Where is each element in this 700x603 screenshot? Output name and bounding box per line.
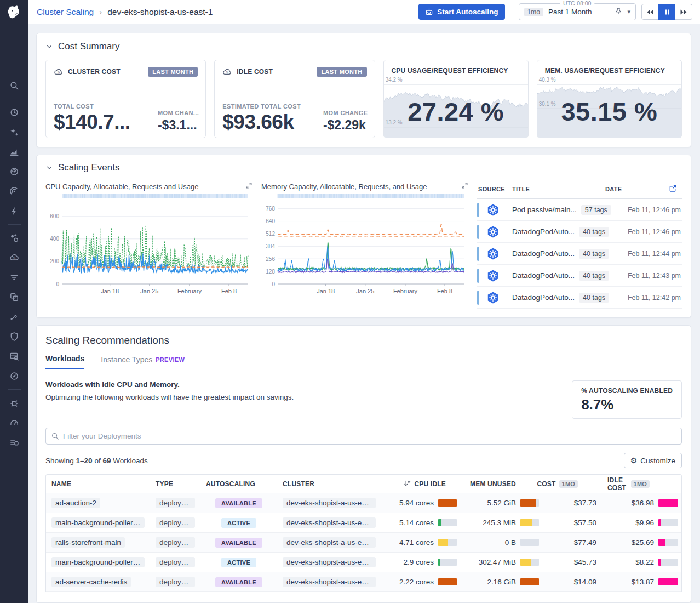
- pin-icon[interactable]: [615, 7, 622, 17]
- workload-name-cell: ad-server-cache-redis: [46, 577, 150, 587]
- breadcrumb-root-link[interactable]: Cluster Scaling: [37, 7, 94, 17]
- chevron-down-icon[interactable]: [45, 43, 53, 50]
- event-tags-badge[interactable]: 57 tags: [581, 205, 611, 215]
- col-mem-unused[interactable]: MEM UNUSED: [462, 480, 544, 488]
- breadcrumb-current: dev-eks-shopist-a-us-east-1: [107, 7, 213, 17]
- event-tags-badge[interactable]: 40 tags: [579, 227, 609, 237]
- security-shield-icon[interactable]: [6, 328, 22, 345]
- memory-capacity-chart[interactable]: 0128256384512640768Jan 18Jan 25FebruaryF…: [261, 192, 468, 299]
- chevron-down-icon[interactable]: [45, 164, 53, 172]
- workload-row[interactable]: ad-auction-2deploymentAVAILABLEdev-eks-s…: [46, 493, 681, 513]
- workload-name-link[interactable]: rails-storefront-main: [51, 537, 125, 548]
- events-col-source[interactable]: SOURCE: [478, 186, 512, 192]
- cluster-cost-card[interactable]: $ CLUSTER COST LAST MONTH TOTAL COST $14…: [45, 60, 206, 138]
- mem-unused-value: 302.47 MiB: [479, 558, 516, 566]
- workload-row[interactable]: main-background-poller-...deploymentACTI…: [46, 553, 681, 572]
- workload-type: deployment: [156, 537, 195, 548]
- cluster-link[interactable]: dev-eks-shopist-a-us-east-1: [283, 498, 376, 508]
- history-icon[interactable]: [6, 104, 22, 121]
- col-name[interactable]: NAME: [46, 480, 150, 488]
- cpu-capacity-chart[interactable]: 0200400600Jan 18Jan 25FebruaryFeb 8: [45, 192, 253, 299]
- pause-button[interactable]: [658, 4, 675, 20]
- event-tags-badge[interactable]: 40 tags: [579, 249, 609, 259]
- mem-unused-cell: 5.52 GiB: [462, 499, 544, 507]
- event-row[interactable]: DatadogPodAuto...40 tagsFeb 11, 12:44 pm: [477, 243, 682, 265]
- workload-row[interactable]: main-background-poller-...deploymentACTI…: [46, 513, 681, 533]
- cluster-link[interactable]: dev-eks-shopist-a-us-east-1: [283, 577, 376, 587]
- event-tags-badge[interactable]: 40 tags: [579, 293, 609, 303]
- infrastructure-icon[interactable]: [6, 230, 22, 246]
- filter-input[interactable]: [63, 432, 676, 440]
- customize-button[interactable]: ⚙ Customize: [624, 453, 682, 468]
- cost-summary-header[interactable]: Cost Summary: [45, 41, 682, 52]
- caret-down-icon[interactable]: ▾: [627, 8, 630, 15]
- svg-text:Jan 25: Jan 25: [356, 288, 374, 294]
- tab-workloads[interactable]: Workloads: [45, 354, 84, 369]
- workload-name-cell: rails-storefront-main: [46, 537, 150, 548]
- datadog-logo[interactable]: [0, 0, 28, 25]
- scaling-events-header[interactable]: Scaling Events: [45, 162, 682, 173]
- mem-efficiency-card[interactable]: MEM. USAGE/REQUEST EFFICIENCY 40.3 %30.1…: [537, 60, 682, 138]
- mem-efficiency-value: 35.15 %: [537, 96, 681, 127]
- svg-text:Feb 8: Feb 8: [221, 288, 237, 294]
- start-autoscaling-button[interactable]: Start Autoscaling: [418, 4, 504, 20]
- workload-name-link[interactable]: ad-server-cache-redis: [51, 577, 131, 587]
- idle-cost-bar-fill: [658, 519, 661, 526]
- workload-row[interactable]: rails-storefront-maindeploymentAVAILABLE…: [46, 533, 681, 553]
- cluster-link[interactable]: dev-eks-shopist-a-us-east-1: [283, 517, 376, 528]
- table-search-icon[interactable]: [6, 348, 22, 365]
- idle-cost-card[interactable]: $ IDLE COST LAST MONTH ESTIMATED TOTAL C…: [214, 60, 375, 138]
- col-cluster[interactable]: CLUSTER: [277, 480, 381, 488]
- autoscaling-cell: ACTIVE: [200, 518, 277, 528]
- event-tags-badge[interactable]: 40 tags: [579, 271, 609, 281]
- cluster-link[interactable]: dev-eks-shopist-a-us-east-1: [283, 557, 376, 567]
- compass-icon[interactable]: [6, 368, 22, 384]
- workload-name-link[interactable]: ad-auction-2: [51, 498, 100, 508]
- idle-cost-value: $25.69: [632, 538, 654, 547]
- cluster-link[interactable]: dev-eks-shopist-a-us-east-1: [283, 537, 376, 548]
- time-range-picker[interactable]: UTC-08:00 1mo Past 1 Month ▾: [519, 3, 636, 20]
- event-row[interactable]: DatadogPodAuto...40 tagsFeb 11, 12:46 pm: [477, 221, 682, 243]
- expand-icon[interactable]: [461, 182, 468, 191]
- fast-forward-button[interactable]: [675, 4, 692, 20]
- workload-name-link[interactable]: main-background-poller-...: [51, 517, 145, 528]
- cpu-idle-value: 2.22 cores: [399, 578, 434, 586]
- lightning-icon[interactable]: [6, 203, 22, 219]
- col-idle-cost[interactable]: IDLE COST1MO: [602, 476, 684, 492]
- rewind-button[interactable]: [641, 4, 658, 20]
- svg-text:400: 400: [50, 236, 59, 242]
- workload-row[interactable]: ad-server-cache-redisdeploymentAVAILABLE…: [46, 572, 681, 592]
- events-col-date[interactable]: DATE: [605, 186, 669, 192]
- events-col-title[interactable]: TITLE: [512, 186, 605, 192]
- workload-name-link[interactable]: main-background-poller-...: [51, 557, 145, 567]
- events-table-panel: SOURCE TITLE DATE Pod passive/main...57 …: [477, 182, 682, 309]
- event-row[interactable]: DatadogPodAuto...40 tagsFeb 11, 12:42 pm: [477, 287, 682, 309]
- sparkles-icon[interactable]: [6, 124, 22, 140]
- filter-lines-icon[interactable]: [6, 269, 22, 286]
- external-link-icon[interactable]: [669, 184, 681, 194]
- timezone-label: UTC-08:00: [560, 0, 594, 7]
- bug-icon[interactable]: [6, 395, 22, 411]
- queue-icon[interactable]: [6, 434, 22, 451]
- col-type[interactable]: TYPE: [150, 480, 200, 488]
- metrics-icon[interactable]: [6, 144, 22, 160]
- expand-icon[interactable]: [245, 182, 253, 191]
- event-date: Feb 11, 12:42 pm: [628, 294, 681, 302]
- signal-icon[interactable]: [6, 183, 22, 200]
- cpu-efficiency-card[interactable]: CPU USAGE/REQUEST EFFICIENCY 34.2 %13.2 …: [383, 60, 529, 138]
- cluster-cell: dev-eks-shopist-a-us-east-1: [277, 517, 381, 528]
- col-autoscaling[interactable]: AUTOSCALING: [200, 480, 277, 488]
- gauge-icon[interactable]: [6, 414, 22, 431]
- tab-instance-types[interactable]: Instance TypesPREVIEW: [101, 355, 185, 369]
- dashboards-icon[interactable]: [6, 289, 22, 305]
- watchdog-icon[interactable]: [6, 163, 22, 180]
- cloud-cost-icon[interactable]: $: [6, 249, 22, 266]
- search-icon[interactable]: [6, 77, 22, 94]
- event-row[interactable]: DatadogPodAuto...40 tagsFeb 11, 12:43 pm: [477, 265, 682, 287]
- col-cpu-idle[interactable]: CPU IDLE: [381, 480, 462, 488]
- event-row[interactable]: Pod passive/main...57 tagsFeb 11, 12:46 …: [477, 199, 682, 221]
- sort-desc-icon[interactable]: [404, 480, 411, 488]
- service-map-icon[interactable]: [6, 309, 22, 325]
- col-cost[interactable]: COST1MO: [544, 480, 602, 488]
- idle-cost-bar: [658, 499, 678, 507]
